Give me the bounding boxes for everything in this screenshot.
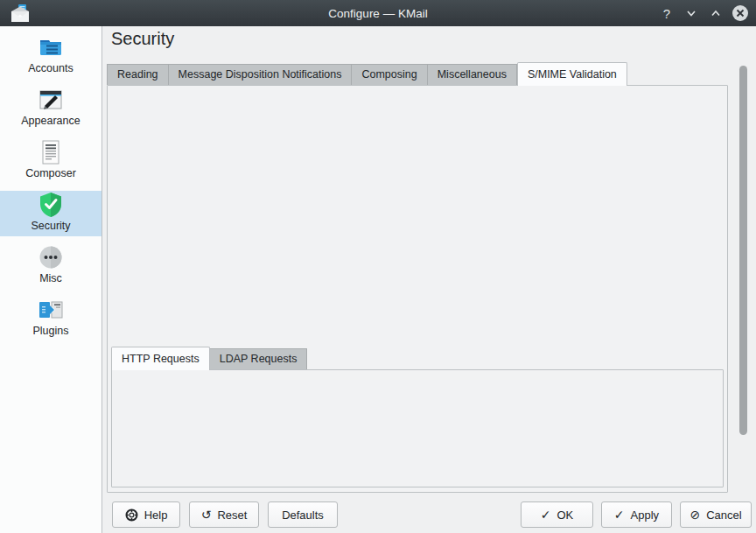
sidebar-item-label: Composer [25,167,76,179]
sidebar-item-composer[interactable]: Composer [0,138,102,184]
appearance-window-icon [37,86,65,114]
sidebar-item-label: Security [31,220,70,232]
ok-check-icon: ✓ [541,508,551,522]
composer-document-icon [37,138,65,166]
minimize-icon[interactable] [682,4,700,22]
defaults-button[interactable]: Defaults [268,501,338,528]
window-title: Configure — KMail [0,7,756,20]
kmail-app-icon [10,4,30,23]
sidebar-item-label: Accounts [28,62,73,74]
tab-message-disposition-notifications[interactable]: Message Disposition Notifications [169,64,353,85]
ok-button[interactable]: ✓ OK [521,501,593,528]
page-title: Security [111,29,174,49]
sidebar-item-plugins[interactable]: Plugins [0,296,102,341]
requests-tabbar: HTTP Requests LDAP Requests [111,347,307,369]
reset-button[interactable]: ↺ Reset [189,501,259,528]
category-sidebar: Accounts Appearance Composer [0,26,102,533]
vertical-scrollbar[interactable] [739,66,747,435]
help-button[interactable]: Help [112,501,180,528]
sidebar-item-label: Misc [39,272,62,284]
apply-button[interactable]: ✓ Apply [601,501,672,528]
cancel-button[interactable]: ⊘ Cancel [680,501,752,528]
cancel-prohibit-icon: ⊘ [690,508,700,522]
tab-reading[interactable]: Reading [107,64,169,85]
tab-http-requests[interactable]: HTTP Requests [111,347,210,370]
sidebar-item-misc[interactable]: Misc [0,243,102,289]
sidebar-item-security[interactable]: Security [0,191,102,236]
main-content: Security Reading Message Disposition Not… [102,26,756,533]
tab-miscellaneous[interactable]: Miscellaneous [428,64,517,85]
sidebar-item-accounts[interactable]: Accounts [0,33,102,79]
plugins-icon [37,296,65,324]
tab-composing[interactable]: Composing [352,64,427,85]
maximize-icon[interactable] [707,4,724,22]
configure-dialog: Configure — KMail ? [0,0,756,533]
help-lifebuoy-icon [125,508,138,522]
tab-ldap-requests[interactable]: LDAP Requests [210,348,308,369]
http-requests-page [111,369,724,487]
close-icon[interactable] [732,4,749,22]
sidebar-item-label: Plugins [33,325,69,337]
misc-dots-icon [37,243,65,271]
sidebar-item-appearance[interactable]: Appearance [0,86,102,131]
titlebar[interactable]: Configure — KMail ? [0,0,756,26]
accounts-folder-icon [37,33,65,61]
security-shield-icon [37,191,65,219]
apply-check-icon: ✓ [614,508,625,522]
help-window-button[interactable]: ? [658,4,676,22]
reset-undo-icon: ↺ [201,508,212,522]
sidebar-item-label: Appearance [21,115,80,127]
security-tabbar: Reading Message Disposition Notification… [107,62,627,85]
tab-smime-validation[interactable]: S/MIME Validation [517,62,627,86]
